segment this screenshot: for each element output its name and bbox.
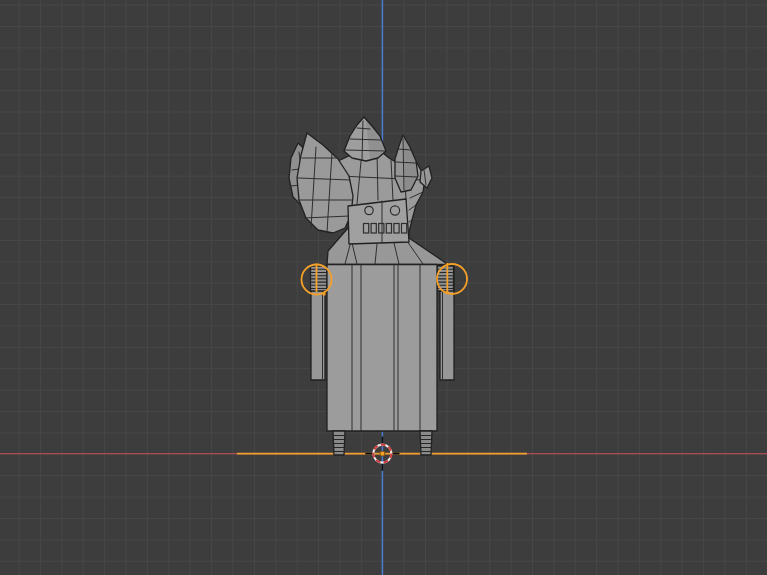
left-foot [333, 431, 345, 455]
viewport-overlay [0, 0, 767, 575]
robot-torso [327, 265, 437, 432]
3d-cursor [365, 437, 399, 471]
3d-viewport[interactable] [0, 0, 767, 575]
robot-head [289, 117, 448, 265]
right-bone-tip-dot [446, 291, 449, 294]
left-shoulder-ribs [311, 266, 328, 291]
face-panel [348, 199, 409, 244]
robot-model[interactable] [289, 117, 454, 455]
right-foot [420, 431, 432, 455]
origin-dot [380, 451, 385, 456]
left-bone-tip-dot [322, 292, 325, 295]
